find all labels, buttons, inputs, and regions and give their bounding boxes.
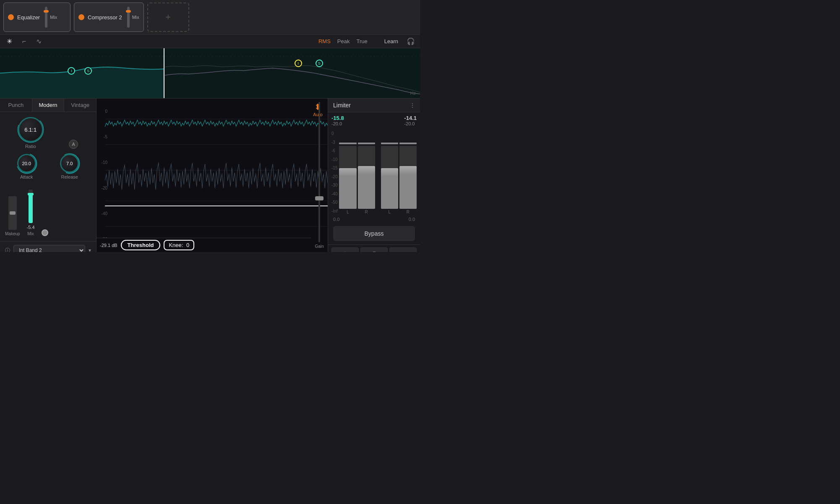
eq-node-s-right[interactable]: S <box>316 60 323 67</box>
vu-bottom-values: 0.0 0.0 <box>328 216 420 223</box>
eq-headphone-icon[interactable]: 🎧 <box>407 37 415 45</box>
eq-display: I S I S Hz <box>0 48 420 99</box>
limiter-meter-values: -15.8 -20.0 -14.1 -20.0 <box>328 112 420 129</box>
band-info-icon: ⓘ <box>5 247 10 252</box>
equalizer-mix-label: Mix <box>50 15 57 20</box>
vu-clip-r <box>358 143 375 144</box>
release-label: Release <box>61 174 78 179</box>
bypass-btn[interactable]: Bypass <box>333 226 415 241</box>
plugin-card-compressor[interactable]: Compressor 2 Mix <box>74 3 144 32</box>
vu-clip-l <box>339 143 356 144</box>
tab-vintage[interactable]: Vintage <box>64 99 96 112</box>
auto-ratio-btn[interactable]: A <box>69 140 78 149</box>
mix-handle[interactable] <box>28 193 34 195</box>
vu-label-r2: R <box>407 210 410 214</box>
knee-pill[interactable]: Knee: 0 <box>164 240 194 250</box>
mix-fill <box>29 195 33 223</box>
compressor-fader[interactable] <box>127 7 130 28</box>
eq-mode-buttons: RMS Peak True <box>318 38 368 44</box>
vu-bar-l <box>339 146 356 209</box>
gain-label: Gain <box>315 244 323 249</box>
limiter-panel: Limiter ⋮ -15.8 -20.0 -14.1 -20.0 0 <box>328 99 420 252</box>
makeup-label: Makeup <box>5 231 20 236</box>
limiter-bottom-controls: ⊗ ∅ ↔ <box>328 244 420 252</box>
eq-tool-pointer[interactable]: ✳ <box>5 36 14 46</box>
ratio-label: Ratio <box>25 144 36 149</box>
ratio-value: 6.1:1 <box>19 118 42 141</box>
equalizer-power-btn[interactable] <box>8 14 14 20</box>
eq-toolbar: ✳ ⌐ ∿ RMS Peak True Learn 🎧 <box>0 35 420 48</box>
vu-left-bars: L R <box>339 130 375 214</box>
eq-node-i-left[interactable]: I <box>68 67 75 75</box>
limiter-title: Limiter <box>333 102 351 109</box>
vu-label-l2: L <box>389 210 391 214</box>
vu-left-bottom-val: 0.0 <box>333 217 339 222</box>
vu-bar-l2 <box>381 146 398 209</box>
limiter-right-values: -14.1 -20.0 <box>404 115 417 126</box>
eq-tool-curve[interactable]: ⌐ <box>21 37 28 46</box>
vu-right-bars: L R <box>381 130 417 214</box>
threshold-labels: -29.1 dB Threshold Knee: 0 <box>97 238 311 252</box>
plugin-card-equalizer[interactable]: Equalizer Mix <box>3 3 70 32</box>
eq-mode-peak[interactable]: Peak <box>337 38 350 44</box>
attack-value: 20.0 <box>18 155 35 171</box>
vu-scale: 0 -3 -6 -10 -15 -20 -30 -40 -50 -Inf <box>331 130 337 214</box>
vu-label-l: L <box>347 210 349 214</box>
vu-fill-l2 <box>381 168 398 209</box>
band-expand-icon[interactable]: ▾ <box>89 247 91 252</box>
eq-mode-rms[interactable]: RMS <box>318 38 331 44</box>
tab-modern[interactable]: Modern <box>32 99 65 112</box>
vu-fill-r <box>358 166 375 209</box>
makeup-handle[interactable] <box>10 211 16 215</box>
vu-clip-l2 <box>381 143 398 144</box>
equalizer-label: Equalizer <box>17 14 40 21</box>
compressor-tabs: Punch Modern Vintage <box>0 99 96 112</box>
vu-mid-spacer <box>377 130 379 214</box>
vu-bar-r <box>358 146 375 209</box>
eq-tool-analyzer[interactable]: ∿ <box>34 36 43 46</box>
threshold-db: -29.1 dB <box>100 243 117 248</box>
limiter-left-main: -15.8 <box>331 115 344 121</box>
gain-track <box>318 102 320 242</box>
compressor-graph: 0 -5 -10 -20 -40 -80 ⬍ Auto <box>97 99 328 252</box>
release-knob[interactable]: 7.0 <box>60 154 79 173</box>
eq-divider <box>164 48 164 98</box>
mix-slider-container: -5.4 Mix <box>27 190 35 236</box>
eq-mode-true[interactable]: True <box>357 38 368 44</box>
limiter-header: Limiter ⋮ <box>328 99 420 112</box>
release-container: 7.0 Release <box>60 154 79 179</box>
plugin-chain: Equalizer Mix Compressor 2 Mix + <box>0 0 420 35</box>
ratio-knob[interactable]: 6.1:1 <box>18 117 43 142</box>
band-select[interactable]: Int Band 2 <box>13 245 85 252</box>
eq-node-s-left[interactable]: S <box>84 67 92 75</box>
release-value: 7.0 <box>61 155 78 171</box>
vu-clip-r2 <box>399 143 417 144</box>
compressor-power-btn[interactable] <box>78 14 84 20</box>
limiter-phase-btn[interactable]: ∅ <box>360 247 388 252</box>
limiter-width-btn[interactable]: ↔ <box>389 247 417 252</box>
compressor-left-panel: Punch Modern Vintage 6.1:1 <box>0 99 97 252</box>
limiter-right-sub: -20.0 <box>404 121 417 126</box>
compressor-label: Compressor 2 <box>88 14 122 21</box>
mix-value: -5.4 <box>27 225 35 230</box>
threshold-pill[interactable]: Threshold <box>121 240 161 250</box>
ratio-row: 6.1:1 Ratio A <box>5 117 91 149</box>
add-plugin-btn[interactable]: + <box>147 3 189 32</box>
eq-learn-btn[interactable]: Learn <box>384 38 398 44</box>
vu-label-r: R <box>365 210 368 214</box>
attack-knob[interactable]: 20.0 <box>17 154 36 173</box>
limiter-menu-btn[interactable]: ⋮ <box>410 102 415 108</box>
vu-right-bottom-val: 0.0 <box>409 217 415 222</box>
vu-fill-l <box>339 168 356 209</box>
attack-container: 20.0 Attack <box>17 154 36 179</box>
band-selector: ⓘ Int Band 2 ▾ <box>0 241 96 252</box>
eq-node-i-right[interactable]: I <box>295 60 302 67</box>
compressor-mix-label: Mix <box>132 15 139 20</box>
equalizer-fader[interactable] <box>45 7 47 28</box>
mix-knob-container <box>42 229 48 236</box>
gain-handle[interactable] <box>315 196 323 200</box>
tab-punch[interactable]: Punch <box>0 99 32 112</box>
mix-dot-knob[interactable] <box>42 229 48 236</box>
limiter-link-btn[interactable]: ⊗ <box>331 247 359 252</box>
compressor-knobs: 6.1:1 Ratio A <box>0 112 96 184</box>
